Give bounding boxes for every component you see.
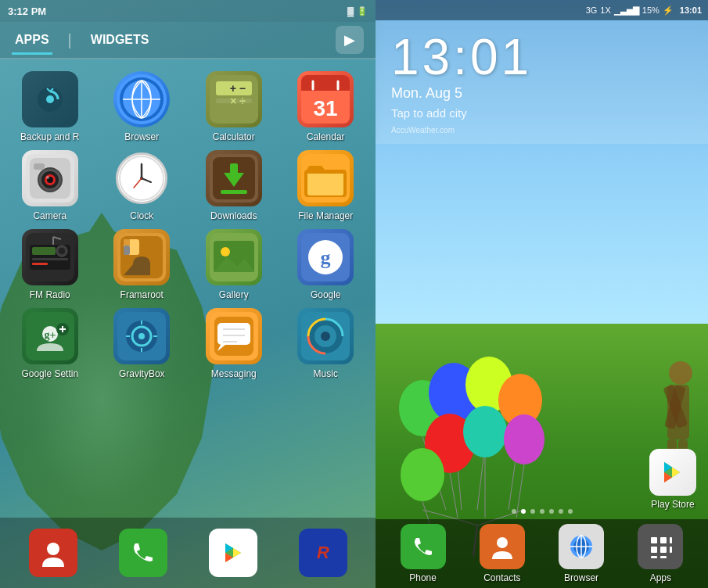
app-label-gravitybox: GravityBox — [119, 368, 165, 379]
app-icon-messaging — [206, 308, 262, 364]
app-calendar[interactable]: 31 Calendar — [284, 71, 368, 142]
status-clock-right: 13:01 — [680, 5, 702, 15]
app-icon-music — [297, 308, 354, 364]
weather-widget[interactable]: 13:01 Mon. Aug 5 Tap to add city AccuWea… — [376, 20, 708, 144]
tab-apps[interactable]: APPS — [12, 27, 52, 53]
svg-rect-131 — [670, 547, 672, 553]
page-dot-5[interactable] — [549, 509, 554, 514]
page-dot-2[interactable] — [521, 509, 526, 514]
svg-point-101 — [463, 406, 507, 457]
app-icon-calendar: 31 — [297, 71, 354, 127]
svg-rect-127 — [660, 547, 667, 553]
svg-rect-36 — [221, 190, 247, 194]
svg-rect-124 — [651, 537, 657, 543]
svg-rect-44 — [32, 263, 48, 265]
app-icon-backup — [22, 71, 78, 127]
app-icon-fmradio — [22, 229, 78, 285]
app-label-backup: Backup and R — [20, 131, 79, 142]
svg-rect-12 — [216, 99, 252, 103]
app-icon-calculator: + − × ÷ — [206, 71, 262, 127]
app-calculator[interactable]: + − × ÷ Calculator — [192, 71, 276, 142]
dock-right-contacts-icon — [480, 524, 525, 569]
tab-widgets[interactable]: WIDGETS — [88, 27, 153, 53]
app-googlesettings[interactable]: g+ Google Settin — [8, 308, 92, 379]
dock-right-apps-icon — [638, 524, 683, 569]
app-label-googlesettings: Google Settin — [21, 368, 78, 379]
dock-bar-left: R — [0, 518, 376, 588]
dock-phone[interactable] — [119, 529, 167, 577]
dock-right-phone-icon — [401, 524, 446, 569]
status-icons-left: ▓ 🔋 — [347, 6, 368, 16]
dock-contacts[interactable] — [29, 529, 77, 577]
page-dot-4[interactable] — [540, 509, 544, 514]
app-icon-downloads — [206, 150, 262, 206]
network-1x: 1X — [600, 5, 610, 15]
dock-right-apps[interactable]: Apps — [638, 524, 683, 583]
store-icon[interactable]: ▶ — [336, 26, 364, 54]
app-grid: Backup and R Browser — [0, 59, 376, 391]
app-label-calculator: Calculator — [213, 131, 255, 142]
app-label-downloads: Downloads — [210, 210, 257, 221]
page-dot-6[interactable] — [559, 509, 563, 514]
widget-clock: 13:01 — [391, 32, 692, 82]
dock-rdeck[interactable]: R — [299, 529, 347, 577]
app-clock[interactable]: Clock — [100, 150, 185, 221]
dock-icon-contacts — [29, 529, 77, 577]
dock-icon-rdeck: R — [299, 529, 347, 577]
page-indicators — [512, 509, 573, 514]
app-label-framaroot: Framaroot — [120, 289, 164, 300]
dock-right-browser[interactable]: Browser — [559, 524, 604, 583]
app-downloads[interactable]: Downloads — [192, 150, 276, 221]
widget-source: AccuWeather.com — [391, 126, 692, 134]
dock-playstore[interactable] — [209, 529, 257, 577]
signal-icon: ▓ — [347, 6, 354, 16]
dock-right-phone[interactable]: Phone — [401, 524, 446, 583]
page-dot-1[interactable] — [512, 509, 516, 514]
dock-right-contacts[interactable]: Contacts — [480, 524, 525, 583]
dock-right-browser-label: Browser — [564, 572, 598, 583]
svg-rect-40 — [32, 247, 56, 255]
svg-marker-89 — [233, 548, 241, 558]
app-gallery[interactable]: Gallery — [192, 229, 276, 300]
app-fmradio[interactable]: FM Radio — [8, 229, 92, 300]
play-store-icon — [649, 449, 696, 496]
svg-point-42 — [59, 248, 65, 254]
play-store-floating[interactable]: Play Store — [649, 449, 696, 510]
app-icon-camera — [22, 150, 78, 206]
battery-percent: 15% — [642, 5, 659, 15]
app-label-filemanager: File Manager — [298, 210, 353, 221]
dock-icon-playstore — [209, 529, 257, 577]
app-label-camera: Camera — [33, 210, 66, 221]
svg-rect-35 — [230, 163, 238, 177]
app-icon-browser — [113, 71, 170, 127]
app-label-music: Music — [314, 368, 338, 379]
app-messaging[interactable]: Messaging — [192, 308, 276, 379]
widget-date: Mon. Aug 5 — [391, 85, 692, 102]
svg-marker-117 — [672, 468, 680, 478]
signal-bars: ▁▃▅▇ — [614, 5, 639, 16]
app-icon-clock — [113, 150, 170, 206]
battery-charge: ⚡ — [663, 5, 674, 16]
svg-text:g+: g+ — [44, 329, 56, 341]
app-google[interactable]: g Google — [284, 229, 368, 300]
svg-point-84 — [321, 332, 330, 341]
page-dot-7[interactable] — [568, 509, 573, 514]
status-bar-left: 3:12 PM ▓ 🔋 — [0, 0, 376, 22]
svg-line-100 — [450, 473, 458, 518]
app-gravitybox[interactable]: GravityBox — [100, 308, 185, 379]
status-bar-right: 3G 1X ▁▃▅▇ 15% ⚡ 13:01 — [376, 0, 708, 20]
app-browser[interactable]: Browser — [100, 71, 185, 142]
app-label-google: Google — [311, 289, 341, 300]
app-icon-google: g — [297, 229, 354, 285]
app-backup[interactable]: Backup and R — [8, 71, 92, 142]
app-filemanager[interactable]: File Manager — [284, 150, 368, 221]
app-music[interactable]: Music — [284, 308, 368, 379]
app-camera[interactable]: Camera — [8, 150, 92, 221]
svg-point-85 — [47, 543, 59, 555]
widget-tap-city[interactable]: Tap to add city — [391, 106, 692, 120]
page-dot-3[interactable] — [530, 509, 535, 514]
app-icon-gallery — [206, 229, 262, 285]
app-framaroot[interactable]: Framaroot — [100, 229, 185, 300]
svg-text:g: g — [321, 246, 331, 269]
svg-rect-15 — [301, 83, 350, 91]
